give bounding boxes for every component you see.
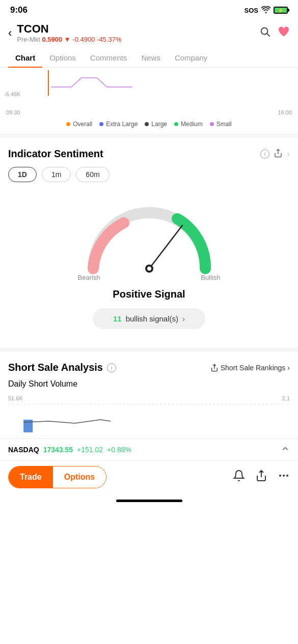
legend-dot-small bbox=[210, 122, 214, 126]
sentiment-chevron-icon[interactable]: › bbox=[287, 149, 290, 159]
pre-mkt-price: 0.5900 bbox=[42, 36, 62, 43]
tab-comments[interactable]: Comments bbox=[83, 48, 134, 67]
legend-label-large: Large bbox=[151, 121, 167, 128]
pre-mkt-label: Pre-Mkt bbox=[17, 36, 40, 43]
sentiment-share-icon[interactable] bbox=[274, 149, 283, 160]
sentiment-info-icon[interactable]: i bbox=[260, 150, 269, 159]
short-sale-section: Short Sale Analysis i Short Sale Ranking… bbox=[0, 352, 298, 438]
time-period-buttons: 1D 1m 60m bbox=[8, 167, 290, 182]
legend-label-overall: Overall bbox=[73, 121, 92, 128]
indicator-sentiment-section: Indicator Sentiment i › 1D 1m 60m bbox=[0, 138, 298, 347]
legend-dot-extralarge bbox=[99, 122, 103, 126]
vol-y-label: 51.6K bbox=[8, 395, 23, 401]
navigation-tabs: Chart Options Comments News Company bbox=[0, 48, 298, 68]
nasdaq-ticker-bar: NASDAQ 17343.55 +151.02 +0.88% bbox=[0, 438, 298, 460]
ticker-symbol: TCON bbox=[17, 22, 259, 36]
tab-options[interactable]: Options bbox=[42, 48, 83, 67]
pre-mkt-arrow: ▼ bbox=[64, 36, 72, 43]
bullish-label-text: bullish signal(s) bbox=[126, 314, 178, 323]
trade-options-group: Trade Options bbox=[8, 466, 106, 488]
time-btn-1m[interactable]: 1m bbox=[42, 167, 71, 182]
nasdaq-change: +151.02 bbox=[77, 446, 103, 454]
legend-dot-medium bbox=[174, 122, 178, 126]
nasdaq-label: NASDAQ bbox=[8, 446, 39, 454]
svg-point-14 bbox=[283, 475, 285, 477]
time-btn-60m[interactable]: 60m bbox=[76, 167, 109, 182]
chart-y-label: -6.46K bbox=[4, 91, 20, 97]
wifi-icon bbox=[261, 6, 270, 15]
rankings-chevron: › bbox=[287, 364, 290, 372]
legend-label-medium: Medium bbox=[181, 121, 203, 128]
share-action-icon[interactable] bbox=[255, 470, 267, 485]
volume-chart-area: 51.6K 2.1 bbox=[8, 393, 290, 433]
time-btn-1d[interactable]: 1D bbox=[8, 167, 37, 182]
pre-market-info: Pre-Mkt 0.5900 ▼ -0.4900 -45.37% bbox=[17, 36, 259, 43]
home-indicator-bar bbox=[0, 495, 298, 504]
signal-label: Positive Signal bbox=[113, 288, 185, 300]
action-bar: Trade Options bbox=[0, 460, 298, 495]
options-button[interactable]: Options bbox=[53, 466, 106, 488]
nasdaq-info: NASDAQ 17343.55 +151.02 +0.88% bbox=[8, 446, 131, 454]
short-sale-info-icon[interactable]: i bbox=[107, 363, 116, 372]
home-indicator bbox=[116, 500, 182, 502]
short-sale-header: Short Sale Analysis i Short Sale Ranking… bbox=[8, 362, 290, 373]
gauge-svg bbox=[78, 197, 221, 279]
sos-indicator: SOS bbox=[245, 7, 258, 14]
gauge-container: Bearish Bullish Positive Signal 11 bulli… bbox=[8, 192, 290, 339]
sentiment-title: Indicator Sentiment bbox=[8, 148, 256, 160]
svg-point-6 bbox=[147, 267, 151, 271]
legend-dot-large bbox=[145, 122, 149, 126]
tab-news[interactable]: News bbox=[134, 48, 168, 67]
short-sale-title: Short Sale Analysis bbox=[8, 362, 103, 373]
chart-svg-container: -6.46K bbox=[0, 68, 298, 108]
legend-small: Small bbox=[210, 121, 232, 128]
bullish-count: 11 bbox=[113, 314, 122, 323]
trade-button[interactable]: Trade bbox=[9, 466, 53, 488]
chart-x-labels: 09:30 16:00 bbox=[0, 108, 298, 116]
section-divider-2 bbox=[0, 347, 298, 352]
header-title-area: TCON Pre-Mkt 0.5900 ▼ -0.4900 -45.37% bbox=[17, 22, 259, 43]
short-sale-rankings-link[interactable]: Short Sale Rankings › bbox=[210, 364, 290, 372]
favorite-button[interactable] bbox=[278, 26, 290, 40]
back-button[interactable]: ‹ bbox=[8, 26, 12, 40]
legend-label-small: Small bbox=[216, 121, 232, 128]
nasdaq-price: 17343.55 bbox=[43, 446, 73, 454]
pre-mkt-change: -0.4900 bbox=[72, 36, 95, 43]
bullish-signals-button[interactable]: 11 bullish signal(s) › bbox=[93, 308, 205, 329]
chart-x-end: 16:00 bbox=[278, 109, 292, 115]
tab-company[interactable]: Company bbox=[168, 48, 214, 67]
tab-chart[interactable]: Chart bbox=[8, 48, 42, 67]
battery-icon: ⚡ bbox=[274, 7, 288, 14]
search-button[interactable] bbox=[259, 26, 270, 40]
bullish-arrow-icon: › bbox=[182, 314, 185, 323]
sentiment-header: Indicator Sentiment i › bbox=[8, 148, 290, 160]
collapse-button[interactable] bbox=[281, 444, 290, 455]
legend-overall: Overall bbox=[66, 121, 92, 128]
pre-mkt-pct: -45.37% bbox=[97, 36, 121, 43]
legend-dot-overall bbox=[66, 122, 70, 126]
action-icon-group bbox=[233, 470, 290, 485]
chart-x-start: 09:30 bbox=[6, 109, 20, 115]
battery-bolt: ⚡ bbox=[278, 8, 284, 13]
legend-medium: Medium bbox=[174, 121, 203, 128]
legend-label-extralarge: Extra Large bbox=[106, 121, 138, 128]
chart-legend: Overall Extra Large Large Medium Small bbox=[0, 116, 298, 134]
daily-short-volume-label: Daily Short Volume bbox=[8, 379, 290, 389]
nasdaq-pct: +0.88% bbox=[107, 446, 131, 454]
section-divider-1 bbox=[0, 134, 298, 138]
svg-line-1 bbox=[267, 34, 269, 36]
status-bar: 9:06 SOS ⚡ bbox=[0, 0, 298, 19]
svg-point-13 bbox=[279, 475, 281, 477]
status-icons: SOS ⚡ bbox=[245, 6, 288, 15]
more-options-icon[interactable] bbox=[278, 470, 290, 485]
svg-point-15 bbox=[286, 475, 288, 477]
svg-line-4 bbox=[149, 225, 182, 269]
vol-y-label-right: 2.1 bbox=[282, 395, 290, 401]
status-time: 9:06 bbox=[10, 5, 28, 15]
alert-bell-icon[interactable] bbox=[233, 470, 245, 485]
header-actions bbox=[259, 26, 290, 40]
legend-extralarge: Extra Large bbox=[99, 121, 138, 128]
rankings-label: Short Sale Rankings bbox=[221, 364, 286, 372]
chart-area: -6.46K 09:30 16:00 Overall Extra Large L… bbox=[0, 68, 298, 134]
legend-large: Large bbox=[145, 121, 167, 128]
